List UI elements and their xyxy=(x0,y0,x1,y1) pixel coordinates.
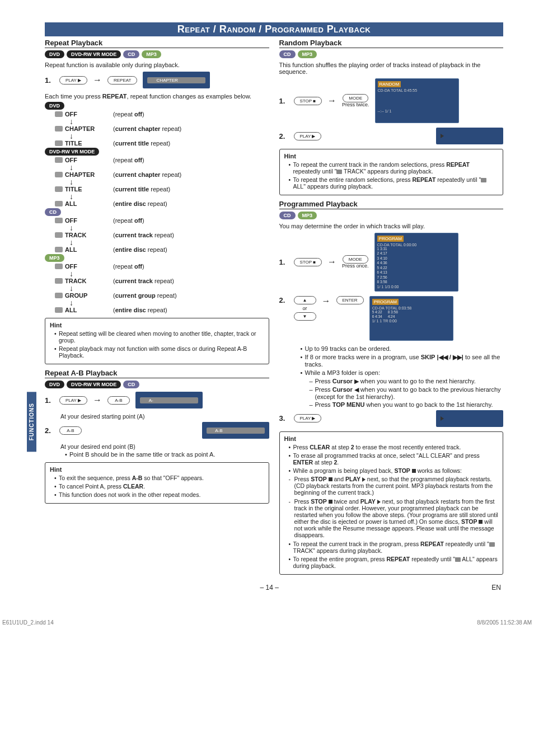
footer-timestamp: 8/8/2005 11:52:38 AM xyxy=(477,619,532,626)
flow-label: ALL xyxy=(55,246,105,253)
osd-header: RANDOM xyxy=(378,81,401,87)
flow-row: TITLE(current title repeat) xyxy=(55,186,269,192)
osd-line: CD-DA TOTAL 0:00:00 xyxy=(377,243,456,247)
flow-label: OFF xyxy=(55,157,105,163)
flow-label: CHAPTER xyxy=(55,171,105,178)
hint-item: To erase all programmed tracks at once, … xyxy=(289,452,499,466)
play-icon xyxy=(441,134,444,138)
hint-dash: Press STOP twice and PLAY next, so that … xyxy=(289,498,499,538)
flow-desc: (current track repeat) xyxy=(113,232,174,238)
repeat-icon xyxy=(55,140,63,146)
stop-button: STOP ■ xyxy=(294,258,322,266)
flow-label: CHAPTER xyxy=(55,125,105,132)
flow-desc: (current chapter repeat) xyxy=(113,125,181,132)
badge-mp3: MP3 xyxy=(298,212,317,219)
hint-item: This function does not work in the other… xyxy=(54,491,264,498)
down-arrow-icon: ↓ xyxy=(69,225,269,231)
ab-step2-note: At your desired end point (B) xyxy=(60,443,269,450)
badge-dvd: DVD xyxy=(45,50,64,58)
osd-a: A- xyxy=(135,392,203,408)
footer-file: E61U1UD_2.indd 14 xyxy=(2,619,54,626)
ab-button: A-B xyxy=(107,396,130,405)
flow-label: OFF xyxy=(55,111,105,118)
cursor-up-button: ▲ xyxy=(294,296,316,304)
stop-button: STOP ■ xyxy=(294,97,322,105)
osd-line: CD-DA TOTAL 0:03:58 xyxy=(372,306,451,310)
osd-program-list: 1 3:312 4:173 4:104 4:365 4:226 4:137 2:… xyxy=(377,247,456,285)
prog-step2: 2. ▲ or ▼ → ENTER PROGRAM CD-DA TOTAL 0:… xyxy=(279,296,504,341)
flow-row: OFF(repeat off) xyxy=(55,263,269,270)
flow-label: TRACK xyxy=(55,232,105,238)
flow-desc: (current track repeat) xyxy=(113,278,174,284)
down-arrow-icon: ↓ xyxy=(69,194,269,199)
badge-dvd: DVD xyxy=(45,381,64,388)
osd-play xyxy=(436,410,503,427)
arrow-icon: → xyxy=(93,395,102,405)
section-repeat-ab: Repeat A-B Playback xyxy=(45,369,269,378)
flow-desc: (current title repeat) xyxy=(113,140,170,147)
cursor-down-button: ▼ xyxy=(294,312,316,321)
arrow-icon: → xyxy=(322,296,331,306)
osd-header: PROGRAM xyxy=(372,299,399,305)
osd-program1: PROGRAM CD-DA TOTAL 0:00:00 1 3:312 4:17… xyxy=(374,233,458,292)
osd-text: A-B xyxy=(215,428,222,433)
hint-random: Hint To repeat the current track in the … xyxy=(279,149,504,195)
prog-sub: Press Cursor ◀ when you want to go back … xyxy=(310,386,504,400)
repeat-icon xyxy=(55,186,63,192)
prog-bullet: If 8 or more tracks were in a program, u… xyxy=(301,354,504,368)
down-arrow-icon: ↓ xyxy=(69,179,269,185)
flow-row: OFF(repeat off) xyxy=(55,111,269,118)
flow-desc: (current chapter repeat) xyxy=(113,171,181,178)
osd-program2: PROGRAM CD-DA TOTAL 0:03:58 5 4:226 4:34… xyxy=(369,296,453,341)
flow-row: GROUP(current group repeat) xyxy=(55,292,269,299)
or-label: or xyxy=(302,306,307,311)
badge-cd: CD xyxy=(123,381,139,388)
hint-item: To exit the sequence, press A-B so that … xyxy=(54,475,264,481)
play-icon xyxy=(441,416,444,421)
flow-label: ALL xyxy=(55,307,105,313)
osd-col: 8 3:58 4:24 xyxy=(388,310,398,320)
badge-mp3: MP3 xyxy=(298,50,317,58)
repeat-icon xyxy=(55,232,63,238)
ab-step1-note: At your desired starting point (A) xyxy=(60,413,269,420)
prog-step3: 3. PLAY ▶ xyxy=(279,410,504,427)
hint-item: Repeat playback may not function with so… xyxy=(54,345,264,359)
hint-item: To repeat the entire program, press REPE… xyxy=(289,556,499,569)
down-arrow-icon: ↓ xyxy=(69,165,269,170)
osd-header: PROGRAM xyxy=(377,236,404,242)
step-number: 1. xyxy=(45,396,54,405)
mode-button: MODE xyxy=(343,255,368,264)
repeat-caption: Each time you press REPEAT, repeat funct… xyxy=(45,93,269,100)
side-tab-functions: FUNCTIONS xyxy=(27,392,36,452)
hint-item: To repeat the current track in the rando… xyxy=(289,161,499,175)
flow-row: CHAPTER(current chapter repeat) xyxy=(55,125,269,132)
osd-line: 1/ 1 1/3 0:00 xyxy=(377,285,456,289)
section-programmed: Programmed Playback xyxy=(279,200,504,209)
repeat-icon xyxy=(55,218,63,223)
enter-button: ENTER xyxy=(336,296,364,304)
section-repeat-playback: Repeat Playback xyxy=(45,39,269,48)
hint-repeat: Hint Repeat setting will be cleared when… xyxy=(45,318,269,364)
badges-random: CD MP3 xyxy=(279,50,504,58)
ab-step2-bullet: Point B should be in the same title or t… xyxy=(65,451,269,458)
badge-cd: CD xyxy=(123,50,139,58)
down-arrow-icon: ↓ xyxy=(69,133,269,139)
badge-mp3: MP3 xyxy=(45,254,64,262)
badges-repeat: DVD DVD-RW VR MODE CD MP3 xyxy=(45,50,269,58)
programmed-intro: You may determine the order in which tra… xyxy=(279,223,504,229)
osd-col: 5 4:226 4:34 xyxy=(372,310,382,320)
osd-chapter: CHAPTER xyxy=(143,72,210,88)
flow-label: GROUP xyxy=(55,292,105,299)
osd-line: CD-DA TOTAL 0:45:55 xyxy=(378,88,456,92)
step-number: 2. xyxy=(279,296,288,304)
prog-bullet: Up to 99 tracks can be ordered. xyxy=(301,345,504,352)
step-number: 2. xyxy=(279,132,288,140)
repeat-icon xyxy=(55,111,63,117)
badge-cd: CD xyxy=(279,50,296,58)
down-arrow-icon: ↓ xyxy=(69,119,269,124)
play-button: PLAY ▶ xyxy=(59,396,87,405)
step-number: 1. xyxy=(279,258,288,266)
flow-row: OFF(repeat off) xyxy=(55,157,269,163)
flow-desc: (entire disc repeat) xyxy=(113,200,167,207)
prog-sub: Press Cursor ▶ when you want to go to th… xyxy=(310,378,504,385)
